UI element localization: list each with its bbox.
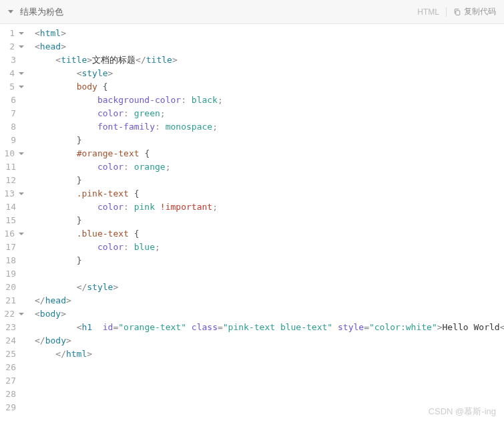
dropdown-icon[interactable] — [8, 10, 13, 13]
code-line[interactable] — [35, 374, 504, 388]
line-number: 27 — [0, 374, 24, 388]
line-number: 8 — [0, 120, 24, 134]
fold-icon[interactable] — [19, 233, 24, 235]
fold-icon[interactable] — [19, 32, 24, 35]
code-line[interactable]: } — [35, 174, 504, 187]
fold-icon[interactable] — [19, 86, 24, 88]
code-line[interactable]: color: blue; — [35, 241, 504, 254]
line-number: 10 — [0, 147, 24, 160]
code-line[interactable] — [35, 401, 504, 414]
line-number: 6 — [0, 94, 24, 107]
line-number: 20 — [0, 281, 24, 294]
code-line[interactable]: <html> — [35, 27, 504, 40]
line-number: 4 — [0, 67, 24, 80]
line-number: 19 — [0, 267, 24, 281]
code-line[interactable]: } — [35, 214, 504, 227]
line-number: 13 — [0, 187, 24, 200]
code-line[interactable]: </body> — [35, 334, 504, 347]
code-line[interactable]: </style> — [35, 281, 504, 294]
editor-header: 结果为粉色 HTML 复制代码 — [0, 0, 504, 24]
code-line[interactable]: .blue-text { — [35, 227, 504, 241]
line-number: 12 — [0, 174, 24, 187]
line-number: 2 — [0, 40, 24, 53]
code-line[interactable]: color: green; — [35, 107, 504, 120]
fold-icon[interactable] — [19, 152, 24, 155]
line-number: 15 — [0, 214, 24, 227]
code-line[interactable]: <head> — [35, 40, 504, 53]
line-number: 26 — [0, 361, 24, 374]
code-line[interactable]: body { — [35, 80, 504, 94]
line-number: 1 — [0, 27, 24, 40]
line-number: 24 — [0, 334, 24, 347]
line-gutter: 1234567891011121314151617181920212223242… — [0, 24, 29, 423]
code-area[interactable]: <html><head> <title>文档的标题</title> <style… — [29, 24, 504, 423]
line-number: 3 — [0, 53, 24, 67]
code-line[interactable]: font-family: monospace; — [35, 120, 504, 134]
header-left: 结果为粉色 — [8, 6, 63, 18]
line-number: 18 — [0, 254, 24, 267]
code-line[interactable]: } — [35, 254, 504, 267]
line-number: 25 — [0, 347, 24, 361]
copy-icon — [453, 8, 461, 16]
code-line[interactable]: } — [35, 134, 504, 147]
copy-code-button[interactable]: 复制代码 — [453, 6, 496, 17]
language-label: HTML — [417, 7, 439, 17]
code-line[interactable]: <h1 id="orange-text" class="pink-text bl… — [35, 321, 504, 334]
copy-label: 复制代码 — [464, 6, 496, 17]
line-number: 7 — [0, 107, 24, 120]
code-line[interactable]: color: pink !important; — [35, 200, 504, 214]
line-number: 14 — [0, 200, 24, 214]
code-line[interactable]: #orange-text { — [35, 147, 504, 160]
code-line[interactable]: </html> — [35, 347, 504, 361]
line-number: 11 — [0, 160, 24, 174]
code-line[interactable]: color: orange; — [35, 160, 504, 174]
code-line[interactable] — [35, 267, 504, 281]
fold-icon[interactable] — [19, 192, 24, 195]
line-number: 5 — [0, 80, 24, 94]
code-line[interactable]: <title>文档的标题</title> — [35, 53, 504, 67]
code-line[interactable]: .pink-text { — [35, 187, 504, 200]
fold-icon[interactable] — [19, 313, 24, 315]
code-line[interactable]: </head> — [35, 294, 504, 307]
line-number: 22 — [0, 307, 24, 321]
header-title: 结果为粉色 — [20, 6, 63, 18]
code-line[interactable]: background-color: black; — [35, 94, 504, 107]
code-line[interactable]: <body> — [35, 307, 504, 321]
line-number: 28 — [0, 388, 24, 401]
code-line[interactable]: <style> — [35, 67, 504, 80]
line-number: 21 — [0, 294, 24, 307]
divider — [446, 7, 447, 17]
code-line[interactable] — [35, 388, 504, 401]
fold-icon[interactable] — [19, 45, 24, 48]
line-number: 29 — [0, 401, 24, 414]
header-right: HTML 复制代码 — [417, 6, 496, 17]
line-number: 23 — [0, 321, 24, 334]
code-line[interactable] — [35, 361, 504, 374]
code-editor[interactable]: 1234567891011121314151617181920212223242… — [0, 24, 504, 423]
line-number: 9 — [0, 134, 24, 147]
line-number: 16 — [0, 227, 24, 241]
line-number: 17 — [0, 241, 24, 254]
svg-rect-0 — [456, 10, 460, 15]
fold-icon[interactable] — [19, 72, 24, 75]
